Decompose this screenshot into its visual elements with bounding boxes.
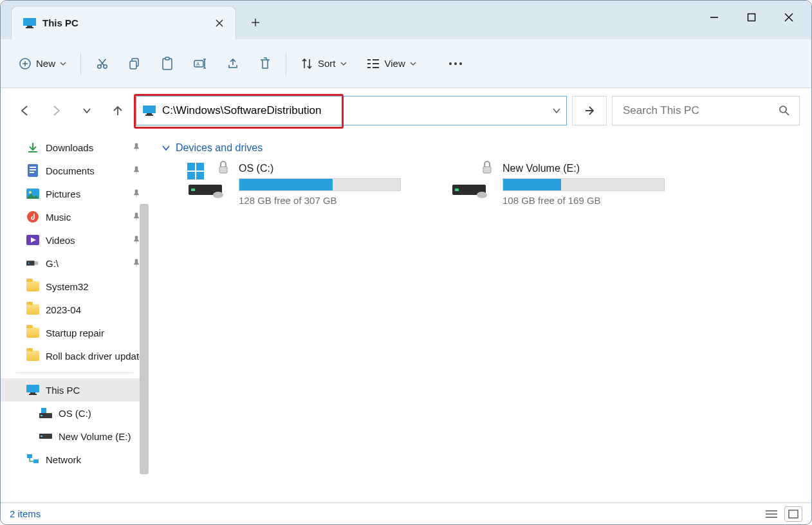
details-view-button[interactable]	[762, 506, 780, 522]
plus-circle-icon	[19, 57, 32, 70]
new-tab-button[interactable]	[243, 10, 268, 35]
svg-point-14	[454, 62, 457, 65]
body: DownloadsDocumentsPicturesMusicVideosG:\…	[1, 133, 811, 502]
nav-item-startup-repair[interactable]: Startup repair	[1, 321, 149, 344]
nav-label: This PC	[46, 385, 80, 396]
svg-rect-40	[27, 454, 32, 458]
nav-label: Startup repair	[46, 327, 104, 338]
svg-point-31	[28, 262, 30, 264]
monitor-icon	[23, 18, 36, 28]
group-header[interactable]: Devices and drives	[161, 142, 798, 154]
sort-button[interactable]: Sort	[295, 53, 352, 74]
svg-rect-33	[30, 392, 35, 394]
search-input[interactable]	[622, 104, 779, 118]
nav-item-system32[interactable]: System32	[1, 275, 149, 298]
drive-icon	[451, 163, 492, 199]
more-button[interactable]	[443, 57, 468, 70]
chevron-down-icon	[340, 60, 347, 67]
sort-label: Sort	[318, 58, 336, 69]
svg-rect-8	[130, 61, 136, 69]
address-history-button[interactable]	[552, 106, 561, 115]
svg-rect-21	[30, 167, 36, 168]
svg-rect-36	[41, 415, 42, 416]
drives-list: OS (C:)128 GB free of 307 GBNew Volume (…	[161, 163, 798, 206]
tab-this-pc[interactable]: This PC	[11, 6, 236, 39]
drive-name: OS (C:)	[239, 163, 419, 174]
share-button[interactable]	[221, 53, 245, 74]
nav-item-pictures[interactable]: Pictures	[1, 182, 149, 205]
pin-icon	[132, 166, 141, 175]
nav-item-videos[interactable]: Videos	[1, 228, 149, 252]
download-icon	[26, 142, 39, 153]
close-window-button[interactable]	[770, 5, 807, 30]
nav-this-pc[interactable]: This PC	[1, 378, 149, 401]
svg-rect-16	[143, 106, 156, 113]
nav-label: Roll back driver update	[46, 351, 144, 362]
rename-icon: A	[193, 57, 207, 70]
nav-item-2023-04[interactable]: 2023-04	[1, 298, 149, 321]
svg-rect-23	[30, 172, 34, 173]
nav-network[interactable]: Network	[1, 448, 149, 471]
nav-item-os-c-[interactable]: OS (C:)	[1, 401, 149, 425]
address-input[interactable]	[161, 104, 560, 118]
go-button[interactable]	[572, 96, 607, 125]
doc-icon	[26, 164, 39, 177]
rename-button[interactable]: A	[188, 53, 212, 74]
cut-button[interactable]	[90, 53, 115, 75]
nav-item-documents[interactable]: Documents	[1, 159, 149, 182]
nav-separator	[16, 373, 133, 373]
nav-scrollbar[interactable]	[140, 204, 149, 474]
copy-button[interactable]	[124, 53, 147, 74]
svg-text:A: A	[196, 61, 200, 67]
nav-item-new-volume-e-[interactable]: New Volume (E:)	[1, 425, 149, 448]
close-tab-button[interactable]	[215, 19, 224, 28]
forward-button[interactable]	[43, 98, 69, 124]
back-button[interactable]	[12, 98, 38, 124]
pic-icon	[26, 189, 39, 199]
svg-rect-41	[33, 459, 39, 463]
toolbar-separator	[80, 53, 81, 75]
up-button[interactable]	[105, 98, 131, 124]
nav-label: System32	[46, 281, 89, 292]
nav-label: Downloads	[46, 142, 93, 153]
nav-item-music[interactable]: Music	[1, 205, 149, 228]
svg-point-13	[449, 62, 452, 65]
svg-rect-47	[187, 172, 195, 180]
drive-usage-bar	[239, 178, 401, 191]
view-button[interactable]: View	[361, 54, 421, 73]
pin-icon	[132, 189, 141, 198]
trash-icon	[259, 57, 272, 71]
nav-item-downloads[interactable]: Downloads	[1, 136, 149, 159]
svg-rect-3	[748, 14, 755, 21]
delete-button[interactable]	[254, 53, 277, 75]
toolbar-separator	[286, 53, 286, 75]
svg-rect-18	[145, 115, 153, 116]
drive-icon	[187, 163, 228, 199]
scissors-icon	[95, 57, 109, 71]
svg-point-25	[29, 191, 32, 194]
maximize-button[interactable]	[733, 5, 770, 30]
drive-free-text: 128 GB free of 307 GB	[239, 195, 419, 206]
nav-label: Videos	[46, 235, 75, 246]
minimize-button[interactable]	[696, 5, 733, 30]
drive-usage-bar	[503, 178, 665, 191]
svg-point-44	[213, 192, 223, 198]
explorer-window: This PC New A Sort	[0, 0, 812, 525]
drive-item[interactable]: OS (C:)128 GB free of 307 GB	[187, 163, 419, 206]
nav-pane[interactable]: DownloadsDocumentsPicturesMusicVideosG:\…	[1, 133, 149, 502]
nav-item-roll-back-driver-update[interactable]: Roll back driver update	[1, 344, 149, 367]
clipboard-icon	[161, 57, 174, 71]
svg-rect-43	[191, 189, 195, 191]
recent-locations-button[interactable]	[74, 98, 100, 124]
svg-rect-45	[187, 163, 195, 170]
large-icons-view-button[interactable]	[784, 506, 802, 522]
content-pane[interactable]: Devices and drives OS (C:)128 GB free of…	[149, 133, 811, 502]
titlebar: This PC	[1, 1, 811, 39]
new-button[interactable]: New	[14, 53, 71, 74]
search-box[interactable]	[612, 96, 800, 125]
paste-button[interactable]	[156, 53, 179, 75]
svg-rect-29	[26, 261, 35, 265]
drive-item[interactable]: New Volume (E:)108 GB free of 169 GB	[451, 163, 683, 206]
nav-item-g-[interactable]: G:\	[1, 252, 149, 275]
address-bar[interactable]	[136, 96, 567, 125]
